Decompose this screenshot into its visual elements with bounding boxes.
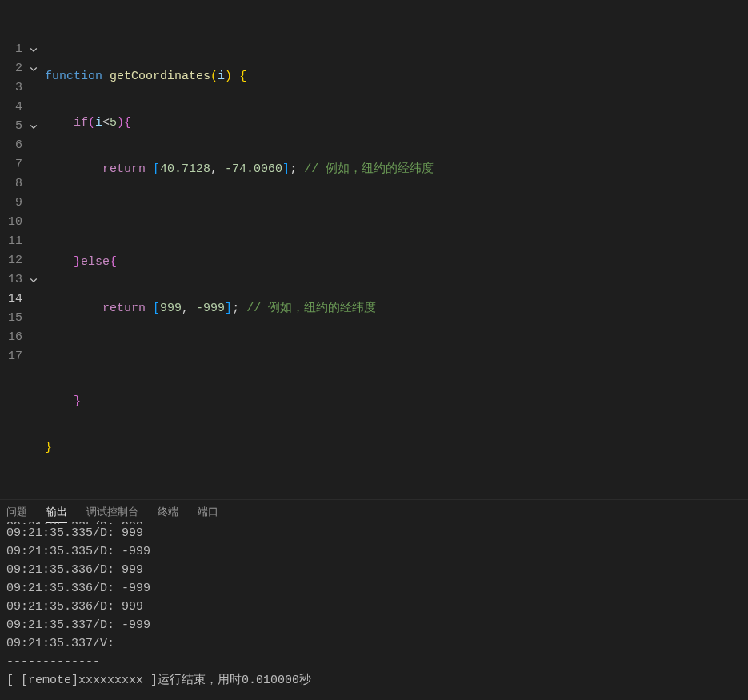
line-number[interactable]: 17 [0,347,45,366]
output-line: 09:21:35.337/V: [6,634,742,653]
line-number-gutter[interactable]: 1234567891011121314151617 [0,0,45,496]
output-line: 09:21:35.335/D: 999 [6,524,742,542]
line-number[interactable]: 2 [0,59,45,78]
line-number[interactable]: 6 [0,136,45,155]
keyword: function [45,70,102,83]
code-line: function getCoordinates(i) { [45,67,748,86]
output-line: 09:21:35.336/D: 999 [6,561,742,579]
fold-icon[interactable] [27,122,40,131]
code-line: if(i<5){ [45,114,748,133]
fold-icon[interactable] [27,275,40,285]
line-number[interactable]: 4 [0,98,45,117]
comment: // 例如，纽约的经纬度 [304,162,434,176]
code-line: } [45,392,748,411]
line-number[interactable]: 1 [0,40,45,59]
code-content[interactable]: function getCoordinates(i) { if(i<5){ re… [45,0,748,496]
line-number[interactable]: 13 [0,270,45,290]
tab-ports[interactable]: 端口 [198,505,218,523]
line-number[interactable]: 9 [0,194,45,213]
output-line: 09:21:35.336/D: -999 [6,579,742,598]
line-number[interactable]: 11 [0,232,45,251]
code-line: }else{ [45,253,748,272]
output-content[interactable]: 09:21:35.335/D: 99909:21:35.335/D: 99909… [0,526,748,696]
code-editor[interactable]: 1234567891011121314151617 function getCo… [0,0,748,496]
fold-icon[interactable] [27,45,40,54]
output-line: ------------- [6,653,742,671]
line-number[interactable]: 3 [0,78,45,98]
line-number[interactable]: 14 [0,290,45,309]
output-line: 09:21:35.337/D: -999 [6,616,742,634]
code-line [45,206,748,226]
comment: // 例如，纽约的经纬度 [246,302,376,315]
line-number[interactable]: 12 [0,251,45,270]
line-number[interactable]: 5 [0,117,45,136]
tab-terminal[interactable]: 终端 [158,505,178,523]
line-number[interactable]: 7 [0,155,45,174]
bottom-panel[interactable]: 问题 输出 调试控制台 终端 端口 09:21:35.335/D: 99909:… [0,499,748,700]
code-line: return [40.7128, -74.0060]; // 例如，纽约的经纬度 [45,160,748,179]
line-number[interactable]: 8 [0,174,45,194]
code-line [45,346,748,365]
output-line: 09:21:35.336/D: 999 [6,598,742,616]
output-line: [ [remote]xxxxxxxxx ]运行结束，用时0.010000秒 [6,671,742,690]
code-line: } [45,438,748,458]
output-line: 09:21:35.335/D: -999 [6,542,742,561]
line-number[interactable]: 10 [0,213,45,232]
fold-icon[interactable] [27,64,40,74]
line-number[interactable]: 15 [0,309,45,328]
line-number[interactable]: 16 [0,328,45,347]
code-line: return [999, -999]; // 例如，纽约的经纬度 [45,299,748,318]
function-name: getCoordinates [110,70,210,83]
